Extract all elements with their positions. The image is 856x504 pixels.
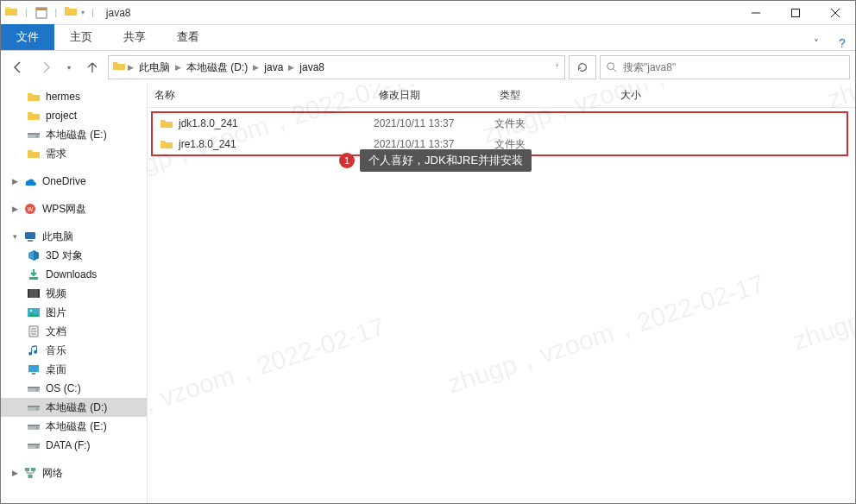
- crumb-java[interactable]: java: [261, 61, 286, 73]
- svg-rect-26: [32, 373, 35, 375]
- tree-pc-item[interactable]: 文档: [1, 322, 147, 341]
- tab-file[interactable]: 文件: [1, 24, 54, 50]
- tree-pc-item[interactable]: 视频: [1, 284, 147, 303]
- folder-icon: [160, 117, 173, 130]
- titlebar: | | ▾ | java8: [1, 1, 855, 25]
- folder-icon: [27, 90, 41, 104]
- chevron-right-icon[interactable]: ▶: [251, 63, 261, 72]
- desk-icon: [27, 362, 41, 376]
- tree-quick-item[interactable]: hermes: [1, 87, 147, 106]
- tree-onedrive[interactable]: ▶OneDrive: [1, 172, 147, 191]
- file-date: 2021/10/11 13:37: [374, 138, 494, 150]
- folder-icon: [27, 109, 41, 123]
- svg-rect-16: [28, 289, 40, 298]
- drive-icon: [27, 128, 41, 142]
- address-bar[interactable]: ▶ 此电脑 ▶ 本地磁盘 (D:) ▶ java ▶ java8 ˅: [108, 55, 565, 79]
- folder-icon: [27, 147, 41, 161]
- svg-rect-18: [38, 289, 40, 298]
- svg-point-6: [607, 63, 614, 70]
- chevron-right-icon[interactable]: ▶: [173, 63, 183, 72]
- tree-pc-item[interactable]: OS (C:): [1, 379, 147, 398]
- tree-pc-item[interactable]: Downloads: [1, 265, 147, 284]
- search-box[interactable]: [600, 55, 850, 79]
- tree-network[interactable]: ▶网络: [1, 463, 147, 482]
- tree-pc-item[interactable]: 3D 对象: [1, 246, 147, 265]
- svg-rect-40: [31, 468, 35, 471]
- svg-rect-9: [28, 133, 40, 135]
- recent-dropdown[interactable]: ▾: [61, 55, 77, 79]
- svg-rect-17: [28, 289, 29, 298]
- tab-view[interactable]: 查看: [161, 24, 215, 50]
- svg-line-7: [614, 69, 617, 72]
- folder-icon: [4, 4, 18, 22]
- file-type: 文件夹: [494, 117, 615, 131]
- ribbon-collapse-icon[interactable]: ˅: [803, 38, 829, 50]
- svg-point-20: [30, 310, 33, 312]
- search-icon: [606, 61, 618, 73]
- chevron-right-icon[interactable]: ▶: [126, 63, 135, 72]
- callout-text: 个人喜好，JDK和JRE并排安装: [360, 149, 532, 172]
- minimize-button[interactable]: [736, 1, 776, 25]
- pc-icon: [23, 230, 37, 243]
- search-input[interactable]: [623, 61, 844, 73]
- svg-rect-13: [25, 232, 35, 239]
- svg-rect-25: [28, 365, 39, 372]
- ribbon-tabs: 文件 主页 共享 查看 ˅ ?: [1, 25, 855, 51]
- crumb-java8[interactable]: java8: [296, 61, 328, 73]
- drive-icon: [27, 419, 41, 433]
- chevron-right-icon[interactable]: ▶: [286, 63, 296, 72]
- tree-quick-item[interactable]: 本地磁盘 (E:): [1, 125, 147, 144]
- svg-point-35: [36, 427, 38, 429]
- tree-wps[interactable]: ▶WWPS网盘: [1, 199, 147, 218]
- qat-folder-icon[interactable]: [64, 4, 78, 22]
- tab-share[interactable]: 共享: [108, 24, 161, 50]
- wps-icon: W: [23, 202, 37, 216]
- tree-pc-item[interactable]: 本地磁盘 (E:): [1, 417, 147, 436]
- col-date[interactable]: 修改日期: [372, 88, 493, 103]
- file-name: jre1.8.0_241: [179, 138, 236, 150]
- tree-quick-item[interactable]: project: [1, 106, 147, 125]
- file-row[interactable]: jdk1.8.0_2412021/10/11 13:37文件夹: [153, 113, 847, 134]
- refresh-button[interactable]: [569, 55, 596, 79]
- svg-point-10: [36, 135, 38, 137]
- column-headers[interactable]: 名称 修改日期 类型 大小: [148, 84, 855, 108]
- col-name[interactable]: 名称: [148, 88, 372, 103]
- tree-pc-item[interactable]: 桌面: [1, 360, 147, 379]
- chevron-down-icon[interactable]: ▾: [81, 9, 85, 16]
- tree-quick-item[interactable]: 需求: [1, 144, 147, 163]
- svg-rect-37: [28, 444, 40, 445]
- address-dropdown-icon[interactable]: ˅: [553, 63, 561, 72]
- tree-this-pc[interactable]: ▾此电脑: [1, 227, 147, 246]
- qat-props-icon[interactable]: [35, 6, 48, 20]
- svg-rect-31: [28, 406, 40, 407]
- forward-button[interactable]: [34, 55, 58, 79]
- svg-rect-34: [28, 425, 40, 426]
- col-size[interactable]: 大小: [614, 88, 708, 103]
- tree-pc-item[interactable]: 图片: [1, 303, 147, 322]
- window-title: java8: [106, 7, 131, 19]
- crumb-pc[interactable]: 此电脑: [135, 60, 173, 75]
- file-name: jdk1.8.0_241: [179, 117, 238, 129]
- tab-home[interactable]: 主页: [54, 24, 108, 50]
- drive-icon: [27, 438, 41, 452]
- crumb-drive[interactable]: 本地磁盘 (D:): [183, 60, 251, 75]
- sidebar-tree[interactable]: hermesproject本地磁盘 (E:)需求 ▶OneDrive ▶WWPS…: [1, 84, 148, 503]
- svg-point-38: [36, 446, 38, 448]
- annotation-callout: 1 个人喜好，JDK和JRE并排安装: [339, 149, 532, 172]
- up-button[interactable]: [80, 55, 104, 79]
- vid-icon: [27, 287, 41, 300]
- file-list-pane: 名称 修改日期 类型 大小 jdk1.8.0_2412021/10/11 13:…: [148, 84, 855, 503]
- maximize-button[interactable]: [776, 1, 815, 25]
- pic-icon: [27, 306, 41, 319]
- tree-pc-item[interactable]: DATA (F:): [1, 436, 147, 455]
- qat-separator: |: [22, 8, 31, 17]
- tree-pc-item[interactable]: 本地磁盘 (D:): [1, 398, 147, 417]
- close-button[interactable]: [815, 1, 855, 25]
- tree-pc-item[interactable]: 音乐: [1, 341, 147, 360]
- qat-separator-3: |: [88, 8, 98, 17]
- col-type[interactable]: 类型: [493, 88, 614, 103]
- help-icon[interactable]: ?: [829, 36, 855, 50]
- 3d-icon: [27, 249, 41, 262]
- dl-icon: [27, 268, 41, 281]
- back-button[interactable]: [6, 55, 30, 79]
